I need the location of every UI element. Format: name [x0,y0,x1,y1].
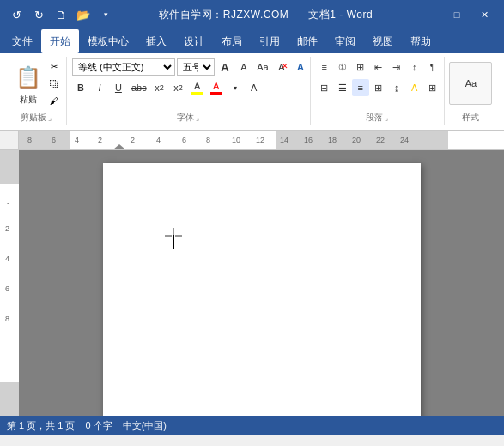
char-shading-button[interactable]: A [246,79,263,96]
line-spacing-button[interactable]: ↨ [388,79,405,96]
menu-view[interactable]: 视图 [364,29,402,53]
language: 中文(中国) [123,419,167,432]
text-cursor-area [173,235,174,249]
multilevel-list-button[interactable]: ⊞ [352,58,369,76]
subscript-button[interactable]: x2 [151,79,168,96]
new-button[interactable]: 🗋 [52,5,70,24]
font-decrease-button[interactable]: A [235,58,252,76]
svg-rect-21 [0,184,19,382]
show-hide-button[interactable]: ¶ [424,58,441,76]
svg-text:-: - [7,199,9,207]
paragraph-expand-icon[interactable]: ⌟ [385,113,388,122]
status-bar: 第 1 页，共 1 页 0 个字 中文(中国) [0,416,504,435]
restore-button[interactable]: □ [444,5,470,24]
svg-text:2: 2 [131,136,135,144]
italic-button[interactable]: I [91,79,108,96]
document-page[interactable] [103,163,421,416]
svg-rect-0 [19,131,70,149]
word-count: 0 个字 [85,419,112,432]
window-controls: ─ □ ✕ [416,5,497,24]
strikethrough-button[interactable]: abc [129,79,149,96]
font-group: 等线 (中文正文) 五号 A A Aa A✕ A B I U [67,57,311,125]
ribbon-groups: 📋 粘贴 ✂ ⿻ 🖌 剪贴板 ⌟ 等线 (中文正文) [7,57,497,125]
menu-insert[interactable]: 插入 [137,29,175,53]
svg-rect-20 [0,150,19,184]
svg-text:12: 12 [256,136,264,144]
text-cursor [173,235,174,249]
font-color-button[interactable]: A [208,79,225,96]
font-color-arrow[interactable]: ▾ [227,79,244,96]
svg-text:14: 14 [280,136,288,144]
increase-indent-button[interactable]: ⇥ [388,58,405,76]
menu-file[interactable]: 文件 [3,29,41,53]
svg-text:4: 4 [5,254,9,263]
menu-review[interactable]: 审阅 [326,29,364,53]
highlight-button[interactable]: A [189,79,206,96]
menu-design[interactable]: 设计 [175,29,213,53]
paragraph-group: ≡ ① ⊞ ⇤ ⇥ ↕ ¶ ⊟ ☰ ≡ ⊞ ↨ A ⊞ [311,57,445,125]
redo-button[interactable]: ↻ [29,5,48,24]
font-content: 等线 (中文正文) 五号 A A Aa A✕ A B I U [72,57,305,110]
menu-mailings[interactable]: 邮件 [288,29,326,53]
svg-rect-1 [276,131,448,149]
bullets-button[interactable]: ≡ [316,58,333,76]
menu-home[interactable]: 开始 [41,29,79,53]
font-increase-button[interactable]: A [216,58,234,76]
align-left-button[interactable]: ⊟ [316,79,333,96]
font-expand-icon[interactable]: ⌟ [196,113,199,122]
svg-text:2: 2 [5,224,9,233]
menu-references[interactable]: 引用 [251,29,288,53]
align-center-button[interactable]: ☰ [334,79,351,96]
borders-button[interactable]: ⊞ [424,79,441,96]
change-case-button[interactable]: Aa [254,58,271,76]
decrease-indent-button[interactable]: ⇤ [370,58,387,76]
para-row-2: ⊟ ☰ ≡ ⊞ ↨ A ⊞ [316,79,441,96]
ruler-corner [0,131,19,149]
clear-format-button[interactable]: A✕ [273,58,290,76]
menu-help[interactable]: 帮助 [402,29,440,53]
sort-button[interactable]: ↕ [406,58,423,76]
font-size-select[interactable]: 五号 [177,58,215,76]
open-button[interactable]: 📂 [74,5,93,24]
paste-sub-buttons: ✂ ⿻ 🖌 [46,58,62,108]
svg-text:18: 18 [328,136,337,144]
customize-qat-button[interactable]: ▾ [96,5,115,24]
numbering-button[interactable]: ① [334,58,351,76]
align-right-button[interactable]: ≡ [352,79,369,96]
menu-layout[interactable]: 布局 [213,29,251,53]
underline-button[interactable]: U [110,79,127,96]
paragraph-content: ≡ ① ⊞ ⇤ ⇥ ↕ ¶ ⊟ ☰ ≡ ⊞ ↨ A ⊞ [316,57,439,110]
svg-text:4: 4 [75,136,79,144]
close-button[interactable]: ✕ [471,5,497,24]
font-label: 字体 ⌟ [72,110,305,124]
para-row-1: ≡ ① ⊞ ⇤ ⇥ ↕ ¶ [316,58,441,76]
clipboard-expand-icon[interactable]: ⌟ [48,113,52,122]
menu-template[interactable]: 模板中心 [79,29,137,53]
cut-button[interactable]: ✂ [46,58,62,74]
svg-text:6: 6 [182,136,186,144]
text-effects-button[interactable]: A [292,58,309,76]
shading-button[interactable]: A [406,79,423,96]
bold-button[interactable]: B [72,79,89,96]
clipboard-group: 📋 粘贴 ✂ ⿻ 🖌 剪贴板 ⌟ [7,57,67,125]
styles-content: Aa [449,57,492,110]
superscript-button[interactable]: x2 [170,79,187,96]
undo-button[interactable]: ↺ [7,5,26,24]
svg-text:16: 16 [304,136,313,144]
svg-text:6: 6 [5,284,9,293]
vertical-ruler: - 2 4 6 8 [0,150,19,416]
doc-title: 文档1 - Word [308,9,373,21]
font-name-select[interactable]: 等线 (中文正文) [72,58,175,76]
style-preview-label: Aa [465,78,477,89]
styles-group: Aa 样式 [445,57,497,125]
format-painter-button[interactable]: 🖌 [46,93,62,108]
copy-button[interactable]: ⿻ [46,76,62,91]
minimize-button[interactable]: ─ [416,5,442,24]
paste-button[interactable]: 📋 粘贴 [12,58,45,108]
ribbon: 📋 粘贴 ✂ ⿻ 🖌 剪贴板 ⌟ 等线 (中文正文) [0,53,504,131]
justify-button[interactable]: ⊞ [370,79,387,96]
svg-text:6: 6 [52,136,56,144]
svg-rect-22 [0,382,19,416]
styles-button[interactable]: Aa [449,62,492,105]
font-row-1: 等线 (中文正文) 五号 A A Aa A✕ A [72,58,309,76]
